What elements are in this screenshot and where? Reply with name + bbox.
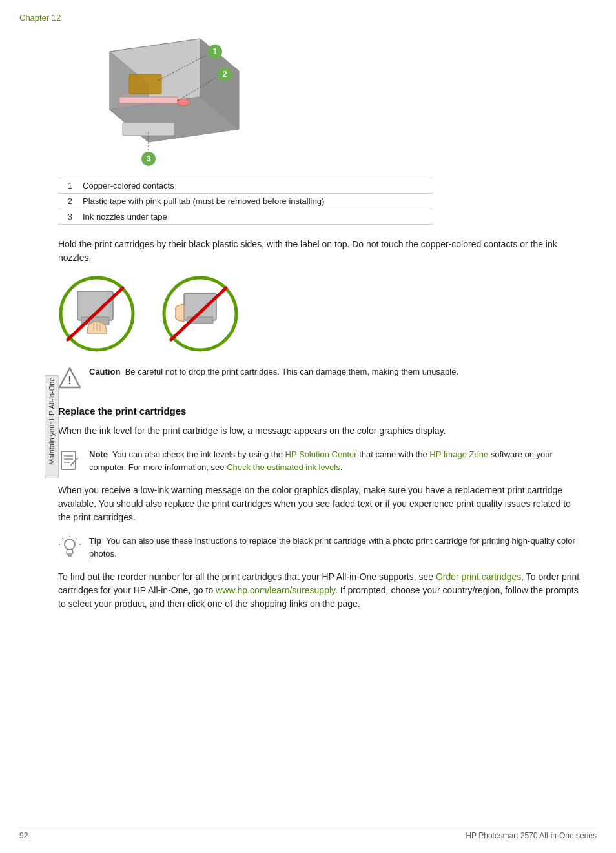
warning-images xyxy=(58,275,597,353)
note-label: Note xyxy=(89,449,108,459)
caution-label: Caution xyxy=(89,367,120,376)
note-link-solution-center[interactable]: HP Solution Center xyxy=(285,449,357,459)
svg-rect-7 xyxy=(119,97,178,103)
tip-lightbulb-icon xyxy=(58,536,81,559)
page-footer: 92 HP Photosmart 2570 All-in-One series xyxy=(19,827,597,840)
sidebar-label: Maintain your HP All-in-One xyxy=(45,375,59,478)
svg-rect-25 xyxy=(184,293,216,320)
caution-text: Caution Be careful not to drop the print… xyxy=(89,365,458,378)
legend-num-3: 3 xyxy=(58,209,77,225)
svg-rect-30 xyxy=(61,451,76,469)
svg-text:!: ! xyxy=(68,375,71,386)
legend-table: 1 Copper-colored contacts 2 Plastic tape… xyxy=(58,178,433,225)
svg-text:1: 1 xyxy=(213,47,218,56)
tip-text: Tip You can also use these instructions … xyxy=(89,535,584,560)
caution-box: ! Caution Be careful not to drop the pri… xyxy=(58,365,584,390)
svg-rect-5 xyxy=(129,74,161,94)
note-icon xyxy=(58,449,81,473)
no-touch-side-icon xyxy=(161,275,239,353)
section-heading: Replace the print cartridges xyxy=(58,406,597,416)
caution-body: Be careful not to drop the print cartrid… xyxy=(125,367,458,376)
svg-line-42 xyxy=(62,538,63,539)
svg-line-40 xyxy=(76,538,77,539)
legend-desc-3: Ink nozzles under tape xyxy=(77,209,433,225)
chapter-header: Chapter 12 xyxy=(19,13,597,23)
note-box: Note You can also check the ink levels b… xyxy=(58,448,584,473)
body-text-4-part1: To find out the reorder number for all t… xyxy=(58,571,436,582)
legend-row-3: 3 Ink nozzles under tape xyxy=(58,209,433,225)
legend-desc-2: Plastic tape with pink pull tab (must be… xyxy=(77,194,433,209)
note-middle: that came with the xyxy=(357,449,430,459)
tip-label: Tip xyxy=(89,536,101,546)
svg-text:2: 2 xyxy=(223,70,227,79)
no-touch-bottom-icon xyxy=(58,275,136,353)
tip-box: Tip You can also use these instructions … xyxy=(58,535,584,560)
legend-num-2: 2 xyxy=(58,194,77,209)
legend-num-1: 1 xyxy=(58,178,77,194)
body-text-3: When you receive a low-ink warning messa… xyxy=(58,484,584,524)
body-text-4: To find out the reorder number for all t… xyxy=(58,570,584,611)
caution-triangle-icon: ! xyxy=(58,367,81,390)
note-end: . xyxy=(340,462,343,472)
legend-desc-1: Copper-colored contacts xyxy=(77,178,433,194)
body-text-1: Hold the print cartridges by their black… xyxy=(58,238,584,265)
svg-point-36 xyxy=(65,539,75,550)
cartridge-illustration: 1 2 3 xyxy=(58,32,278,168)
legend-row-1: 1 Copper-colored contacts xyxy=(58,178,433,194)
tip-body: You can also use these instructions to r… xyxy=(89,536,575,559)
body-text-2: When the ink level for the print cartrid… xyxy=(58,424,584,438)
svg-text:3: 3 xyxy=(147,154,151,163)
order-cartridges-link[interactable]: Order print cartridges xyxy=(436,571,521,582)
note-link-image-zone[interactable]: HP Image Zone xyxy=(429,449,488,459)
note-text: Note You can also check the ink levels b… xyxy=(89,448,584,473)
note-before: You can also check the ink levels by usi… xyxy=(112,449,285,459)
cartridge-diagram: 1 2 3 xyxy=(58,32,597,168)
suresupply-link[interactable]: www.hp.com/learn/suresupply xyxy=(216,585,335,595)
note-link-ink-levels[interactable]: Check the estimated ink levels xyxy=(227,462,340,472)
footer-product: HP Photosmart 2570 All-in-One series xyxy=(466,831,597,840)
legend-row-2: 2 Plastic tape with pink pull tab (must … xyxy=(58,194,433,209)
footer-page-num: 92 xyxy=(19,831,28,840)
